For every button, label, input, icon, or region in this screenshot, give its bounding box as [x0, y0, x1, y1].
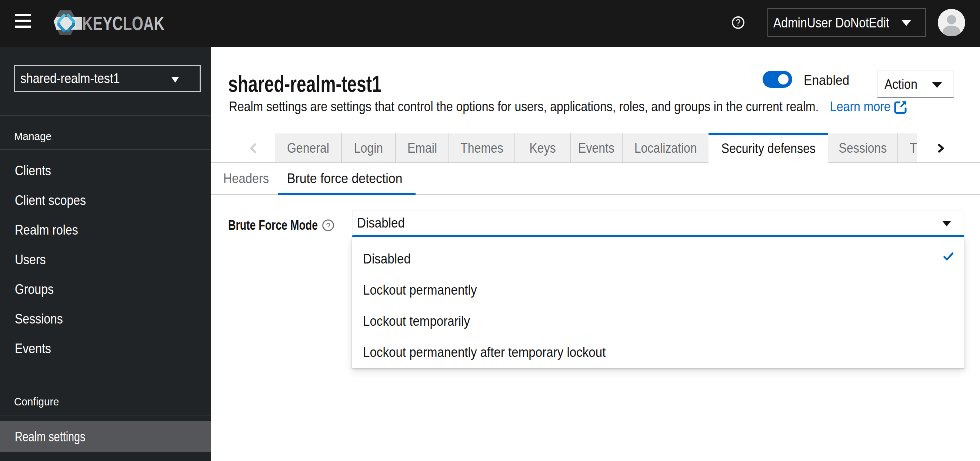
svg-text:?: ?	[326, 221, 330, 230]
svg-text:KEYCLOAK: KEYCLOAK	[82, 13, 164, 34]
svg-text:?: ?	[736, 18, 741, 27]
